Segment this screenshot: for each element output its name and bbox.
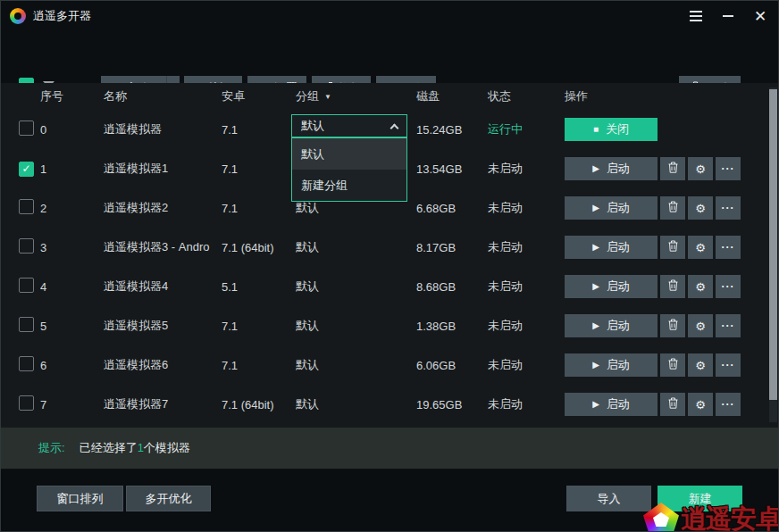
row-start-button[interactable]: ▶启动 — [565, 157, 658, 180]
row-group: 默认 — [296, 396, 416, 412]
import-button[interactable]: 导入 — [566, 486, 651, 511]
header-operation: 操作 — [565, 88, 778, 104]
app-title: 逍遥多开器 — [33, 8, 91, 24]
selected-count: 1 — [138, 441, 144, 454]
row-settings-button[interactable]: ⚙ — [688, 236, 713, 259]
chevron-up-icon — [390, 124, 399, 133]
play-icon: ▶ — [592, 204, 599, 212]
row-settings-button[interactable]: ⚙ — [688, 157, 713, 180]
row-ops: ▶启动⚙··· — [565, 393, 778, 416]
row-ops: ▶启动⚙··· — [565, 275, 778, 298]
dropdown-option[interactable]: 默认 — [292, 138, 406, 170]
multi-optimize-button[interactable]: 多开优化 — [126, 486, 211, 511]
header-status: 状态 — [488, 88, 565, 104]
header-android: 安卓 — [222, 88, 296, 104]
table-row: ✓ 3 逍遥模拟器3 - Andro 7.1 (64bit) 默认 8.17GB… — [1, 228, 778, 267]
ellipsis-icon: ··· — [722, 203, 735, 213]
group-dropdown[interactable]: 默认 — [291, 114, 407, 137]
trash-icon — [668, 397, 678, 411]
row-status: 运行中 — [488, 121, 565, 137]
row-start-button[interactable]: ▶启动 — [565, 314, 658, 337]
row-start-button[interactable]: ▶启动 — [565, 353, 658, 377]
dropdown-option[interactable]: 新建分组 — [292, 170, 406, 201]
row-ops: ▶启动⚙··· — [565, 196, 778, 220]
ellipsis-icon: ··· — [722, 242, 735, 253]
row-checkbox[interactable]: ✓ — [19, 356, 34, 371]
trash-icon — [668, 201, 678, 215]
row-name: 逍遥模拟器6 — [104, 357, 222, 373]
create-button[interactable]: 新建 — [658, 486, 742, 511]
row-disk: 1.38GB — [416, 320, 488, 333]
row-settings-button[interactable]: ⚙ — [688, 275, 713, 298]
title-bar: 逍遥多开器 ✕ — [1, 1, 778, 31]
trash-icon — [668, 358, 678, 372]
row-start-button[interactable]: ▶启动 — [565, 196, 658, 220]
row-ops: ▶启动⚙··· — [565, 314, 778, 337]
row-checkbox[interactable]: ✓ — [19, 199, 34, 214]
row-delete-button[interactable] — [660, 353, 685, 377]
row-index: 2 — [40, 202, 104, 215]
row-index: 0 — [40, 123, 104, 137]
row-delete-button[interactable] — [660, 314, 685, 337]
trash-icon — [668, 162, 678, 176]
group-dropdown-value: 默认 — [301, 118, 324, 134]
row-settings-button[interactable]: ⚙ — [688, 393, 713, 416]
row-start-button[interactable]: ▶启动 — [565, 275, 658, 298]
minimize-icon[interactable] — [719, 7, 737, 25]
row-group: 默认 — [296, 200, 416, 216]
row-checkbox[interactable]: ✓ — [19, 317, 34, 332]
scrollbar-thumb[interactable] — [769, 89, 777, 400]
vertical-scrollbar[interactable] — [769, 87, 777, 422]
row-settings-button[interactable]: ⚙ — [688, 196, 713, 220]
row-more-button[interactable]: ··· — [716, 157, 741, 180]
row-name: 逍遥模拟器4 — [104, 278, 222, 295]
row-group: 默认 — [296, 318, 416, 334]
row-name: 逍遥模拟器5 — [104, 318, 222, 334]
row-more-button[interactable]: ··· — [716, 314, 741, 337]
row-more-button[interactable]: ··· — [716, 393, 741, 416]
row-settings-button[interactable]: ⚙ — [688, 314, 713, 337]
ellipsis-icon: ··· — [722, 163, 735, 174]
row-more-button[interactable]: ··· — [716, 353, 741, 377]
row-checkbox[interactable]: ✓ — [19, 395, 34, 411]
ellipsis-icon: ··· — [722, 399, 735, 410]
window-controls: ✕ — [687, 1, 769, 31]
row-start-button[interactable]: ▶启动 — [565, 393, 658, 416]
row-index: 5 — [40, 320, 104, 333]
row-status: 未启动 — [488, 396, 565, 412]
trash-icon — [668, 319, 678, 333]
row-delete-button[interactable] — [660, 236, 685, 259]
row-more-button[interactable]: ··· — [716, 236, 741, 259]
close-icon[interactable]: ✕ — [751, 7, 769, 25]
row-checkbox[interactable]: ✓ — [19, 238, 34, 254]
row-more-button[interactable]: ··· — [716, 196, 741, 220]
row-start-button[interactable]: ▶启动 — [565, 236, 658, 259]
tip-bar: 提示: 已经选择了1个模拟器 — [1, 427, 778, 470]
header-index: 序号 — [40, 88, 104, 104]
row-close-button[interactable]: ■关闭 — [565, 118, 658, 141]
ellipsis-icon: ··· — [722, 320, 735, 331]
row-name: 逍遥模拟器 — [104, 121, 222, 137]
gear-icon: ⚙ — [695, 360, 706, 371]
row-group: 默认 — [296, 278, 416, 295]
table-row: ✓ 7 逍遥模拟器7 7.1 (64bit) 默认 19.65GB 未启动 ▶启… — [1, 385, 778, 424]
header-group[interactable]: 分组▼ — [296, 88, 416, 104]
row-delete-button[interactable] — [660, 157, 685, 180]
row-status: 未启动 — [488, 200, 565, 216]
gear-icon: ⚙ — [695, 320, 706, 332]
row-delete-button[interactable] — [660, 275, 685, 298]
row-disk: 13.54GB — [416, 162, 488, 176]
row-checkbox[interactable]: ✓ — [19, 278, 34, 293]
row-checkbox[interactable]: ✓ — [19, 162, 34, 177]
row-more-button[interactable]: ··· — [716, 275, 741, 298]
row-delete-button[interactable] — [660, 393, 685, 416]
row-ops: ▶启动⚙··· — [565, 236, 778, 259]
row-disk: 19.65GB — [416, 398, 488, 411]
row-group: 默认 — [296, 239, 416, 255]
row-settings-button[interactable]: ⚙ — [688, 353, 713, 377]
tip-label: 提示: — [38, 440, 65, 456]
row-checkbox[interactable]: ✓ — [19, 121, 34, 136]
window-arrange-button[interactable]: 窗口排列 — [37, 486, 123, 511]
row-delete-button[interactable] — [660, 196, 685, 220]
window-menu-icon[interactable] — [687, 7, 705, 25]
